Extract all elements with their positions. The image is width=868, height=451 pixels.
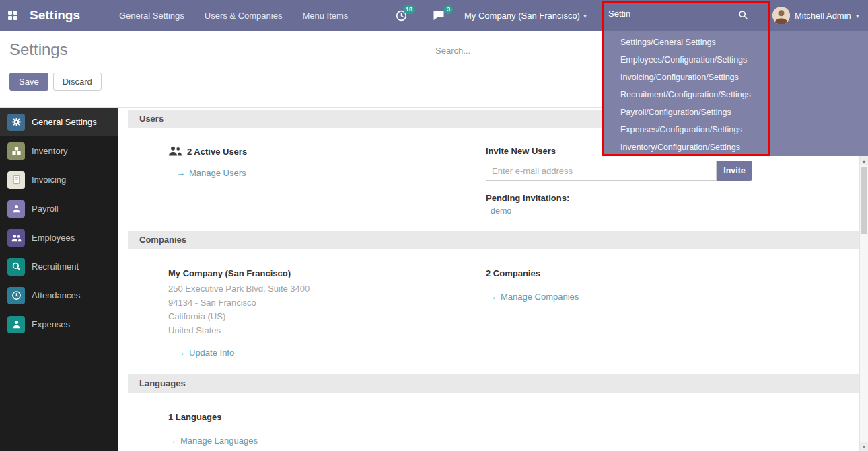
activity-count-badge: 18 (403, 5, 415, 14)
settings-content: Users 2 Active Users Manage Users Invite… (118, 108, 868, 451)
manage-languages-link[interactable]: Manage Languages (168, 436, 258, 446)
sidebar-item-label: Employees (32, 233, 75, 243)
settings-body: General Settings Inventory Invoicing Pay… (0, 108, 868, 451)
apps-menu-icon[interactable] (8, 11, 17, 20)
update-info-link[interactable]: Update Info (176, 347, 234, 358)
company-name: My Company (San Francisco) (464, 11, 580, 21)
manage-users-link[interactable]: Manage Users (176, 168, 246, 178)
search-result-item[interactable]: Expenses/Configuration/Settings (602, 121, 868, 138)
company-switcher[interactable]: My Company (San Francisco) (464, 0, 587, 31)
invite-row: Invite (486, 161, 752, 181)
avatar (772, 7, 790, 24)
link-label: Update Info (189, 347, 234, 358)
sidebar-item-label: General Settings (32, 117, 97, 127)
messages-button[interactable]: 3 (433, 0, 445, 31)
link-label: Manage Users (189, 168, 246, 178)
scrollbar-thumb[interactable] (861, 167, 867, 234)
invite-new-users-title: Invite New Users (486, 146, 556, 156)
vertical-scrollbar[interactable] (859, 156, 868, 451)
recruitment-magnifier-icon (7, 258, 25, 276)
link-label: Manage Languages (180, 436, 258, 446)
pending-invitation-user-link[interactable]: demo (491, 206, 511, 216)
discard-button[interactable]: Discard (53, 73, 102, 91)
attendance-clock-icon (7, 287, 25, 304)
chevron-down-icon (856, 12, 859, 19)
invoice-document-icon (7, 171, 25, 189)
section-header-languages: Languages (128, 374, 859, 393)
section-title: Companies (139, 235, 186, 245)
invite-button[interactable]: Invite (717, 161, 752, 181)
search-result-item[interactable]: Inventory/Configuration/Settings (602, 138, 868, 156)
sidebar-item-inventory[interactable]: Inventory (0, 136, 118, 165)
sidebar-item-label: Recruitment (32, 261, 79, 272)
menu-menu-items[interactable]: Menu Items (302, 11, 348, 21)
sidebar-item-payroll[interactable]: Payroll (0, 194, 118, 223)
company-address: 250 Executive Park Blvd, Suite 3400 9413… (168, 282, 310, 337)
menu-users-companies[interactable]: Users & Companies (205, 11, 283, 21)
pending-invitations-label: Pending Invitations: (486, 193, 569, 203)
user-menu[interactable]: Mitchell Admin (772, 0, 859, 31)
address-line: 94134 - San Francisco (168, 296, 310, 311)
sidebar-item-invoicing[interactable]: Invoicing (0, 165, 118, 194)
address-line: United States (168, 324, 310, 338)
search-icon[interactable] (738, 10, 748, 22)
menu-general-settings[interactable]: General Settings (119, 11, 184, 21)
company-name: My Company (San Francisco) (168, 268, 291, 278)
languages-count: 1 Languages (168, 412, 221, 422)
chat-bubble-icon: 3 (433, 10, 445, 21)
page-title: Settings (9, 40, 68, 59)
link-label: Manage Companies (501, 292, 579, 302)
search-result-item[interactable]: Employees/Configuration/Settings (602, 51, 868, 69)
sidebar-item-label: Attendances (32, 290, 80, 300)
active-users-count: 2 Active Users (187, 147, 247, 157)
sidebar-item-recruitment[interactable]: Recruitment (0, 252, 118, 281)
activities-button[interactable]: 18 (396, 0, 407, 31)
search-results-dropdown: Settings/General Settings Employees/Conf… (602, 31, 868, 156)
address-line: California (US) (168, 310, 310, 324)
sidebar-item-general-settings[interactable]: General Settings (0, 108, 118, 136)
menu-search-input[interactable] (606, 5, 751, 26)
payroll-person-icon (7, 200, 25, 218)
control-panel-buttons: Save Discard (9, 73, 102, 91)
arrow-right-icon (168, 436, 176, 446)
people-icon (168, 145, 182, 158)
arrow-right-icon (176, 168, 185, 178)
invite-email-field[interactable] (486, 161, 717, 181)
sidebar-item-label: Payroll (32, 204, 59, 214)
section-title: Languages (139, 378, 186, 388)
search-result-item[interactable]: Recruitment/Configuration/Settings (602, 86, 868, 104)
scroll-down-arrow-icon[interactable] (860, 442, 868, 451)
top-navbar: Settings General Settings Users & Compan… (0, 0, 868, 31)
sidebar-item-attendances[interactable]: Attendances (0, 281, 118, 310)
manage-companies-link[interactable]: Manage Companies (488, 292, 579, 302)
section-header-companies: Companies (128, 231, 859, 249)
search-result-item[interactable]: Settings/General Settings (602, 34, 868, 51)
sidebar-item-label: Invoicing (32, 175, 66, 185)
clock-icon: 18 (396, 10, 407, 22)
settings-sidebar: General Settings Inventory Invoicing Pay… (0, 108, 118, 451)
arrow-right-icon (488, 292, 497, 302)
top-menu: General Settings Users & Companies Menu … (119, 11, 348, 21)
scroll-up-arrow-icon[interactable] (860, 156, 868, 165)
employees-people-icon (7, 229, 25, 247)
search-result-item[interactable]: Payroll/Configuration/Settings (602, 104, 868, 121)
sidebar-item-label: Expenses (32, 319, 70, 329)
menu-search (606, 5, 751, 26)
sidebar-item-label: Inventory (32, 146, 67, 156)
app-title[interactable]: Settings (30, 8, 80, 23)
sidebar-item-employees[interactable]: Employees (0, 223, 118, 252)
gear-icon (7, 114, 25, 131)
sidebar-item-expenses[interactable]: Expenses (0, 310, 118, 339)
expenses-person-icon (7, 316, 25, 333)
chevron-down-icon (583, 12, 587, 19)
message-count-badge: 3 (444, 5, 453, 14)
save-button[interactable]: Save (9, 73, 48, 91)
active-users-summary: 2 Active Users (168, 145, 247, 158)
arrow-right-icon (176, 347, 185, 358)
user-name: Mitchell Admin (795, 11, 851, 21)
companies-count: 2 Companies (486, 268, 540, 278)
address-line: 250 Executive Park Blvd, Suite 3400 (168, 282, 310, 296)
section-title: Users (139, 114, 164, 124)
inventory-boxes-icon (7, 142, 25, 160)
search-result-item[interactable]: Invoicing/Configuration/Settings (602, 69, 868, 86)
